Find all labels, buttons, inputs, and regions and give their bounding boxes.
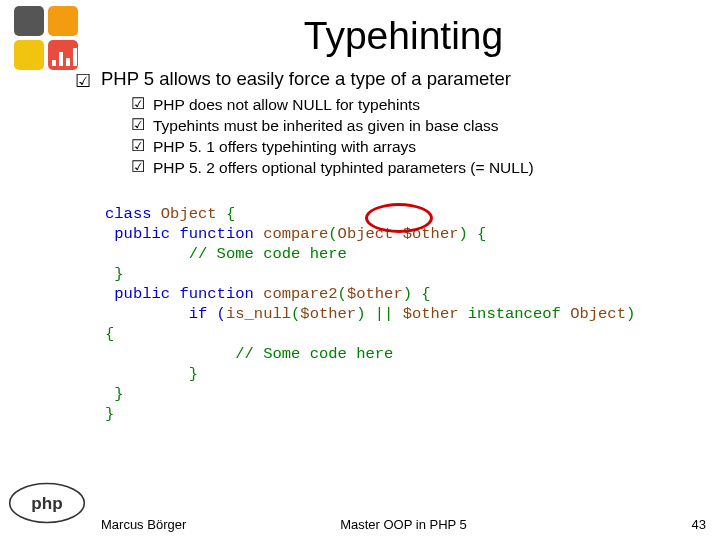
code-param: $other bbox=[403, 305, 468, 323]
check-icon: ☑ bbox=[131, 136, 145, 157]
check-icon: ☑ bbox=[75, 70, 91, 92]
code-kw: if ( bbox=[105, 305, 226, 323]
svg-text:php: php bbox=[31, 494, 62, 513]
code-punc: ) { bbox=[403, 285, 431, 303]
code-param: $other bbox=[300, 305, 356, 323]
code-param: $other bbox=[347, 285, 403, 303]
code-punc: ) { bbox=[459, 225, 487, 243]
content-area: Typehinting ☑ PHP 5 allows to easily for… bbox=[95, 0, 720, 540]
footer-title: Master OOP in PHP 5 bbox=[340, 517, 467, 532]
code-id: Object bbox=[161, 205, 226, 223]
code-comment: // Some code here bbox=[105, 245, 347, 263]
code-punc: ) || bbox=[356, 305, 403, 323]
list-item: ☑PHP 5. 2 offers optional typhinted para… bbox=[131, 157, 706, 178]
slide-page: php Typehinting ☑ PHP 5 allows to easily… bbox=[0, 0, 720, 540]
code-punc: ( bbox=[328, 225, 337, 243]
highlight-circle-icon bbox=[365, 203, 433, 233]
check-icon: ☑ bbox=[131, 157, 145, 178]
lead-row: ☑ PHP 5 allows to easily force a type of… bbox=[101, 68, 706, 90]
footer-author: Marcus Börger bbox=[101, 517, 186, 532]
code-punc: ( bbox=[291, 305, 300, 323]
code-punc: } bbox=[105, 405, 114, 423]
list-item: ☑PHP does not allow NULL for typehints bbox=[131, 94, 706, 115]
php-logo-icon: php bbox=[8, 482, 86, 524]
code-id: Object bbox=[570, 305, 626, 323]
footer-page-number: 43 bbox=[692, 517, 706, 532]
list-text: PHP 5. 2 offers optional typhinted param… bbox=[153, 157, 534, 178]
code-punc: ) bbox=[626, 305, 635, 323]
list-item: ☑PHP 5. 1 offers typehinting with arrays bbox=[131, 136, 706, 157]
logo-grid-icon bbox=[14, 6, 80, 72]
grey-square-icon bbox=[14, 6, 44, 36]
code-id: compare bbox=[263, 225, 328, 243]
code-punc: } bbox=[105, 265, 124, 283]
list-text: PHP 5. 1 offers typehinting with arrays bbox=[153, 136, 416, 157]
code-kw: class bbox=[105, 205, 161, 223]
red-square-icon bbox=[48, 40, 78, 70]
page-title: Typehinting bbox=[101, 8, 706, 68]
lead-text: PHP 5 allows to easily force a type of a… bbox=[101, 68, 706, 90]
orange-square-icon bbox=[48, 6, 78, 36]
check-icon: ☑ bbox=[131, 94, 145, 115]
list-item: ☑Typehints must be inherited as given in… bbox=[131, 115, 706, 136]
list-text: PHP does not allow NULL for typehints bbox=[153, 94, 420, 115]
code-id: is_null bbox=[226, 305, 291, 323]
code-kw: instanceof bbox=[468, 305, 570, 323]
code-punc: { bbox=[105, 325, 114, 343]
code-kw: public function bbox=[105, 285, 263, 303]
code-punc: ( bbox=[338, 285, 347, 303]
code-kw: public function bbox=[105, 225, 263, 243]
code-punc: } bbox=[105, 385, 124, 403]
code-comment: // Some code here bbox=[105, 345, 393, 363]
sub-list: ☑PHP does not allow NULL for typehints ☑… bbox=[131, 94, 706, 178]
code-id: compare2 bbox=[263, 285, 337, 303]
check-icon: ☑ bbox=[131, 115, 145, 136]
bars-icon bbox=[52, 48, 84, 66]
list-text: Typehints must be inherited as given in … bbox=[153, 115, 499, 136]
yellow-square-icon bbox=[14, 40, 44, 70]
code-punc: } bbox=[105, 365, 198, 383]
code-punc: { bbox=[226, 205, 235, 223]
footer: Marcus Börger Master OOP in PHP 5 43 bbox=[101, 517, 706, 532]
code-block: class Object { public function compare(O… bbox=[105, 184, 706, 464]
